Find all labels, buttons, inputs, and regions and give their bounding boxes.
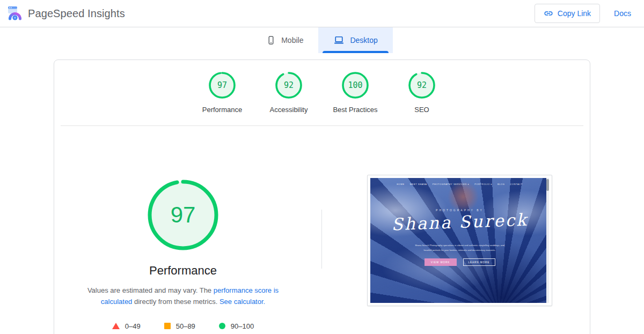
performance-main-score-value: 97 [147,179,219,251]
performance-description: Values are estimated and may vary. The p… [72,285,294,308]
score-legend: 0–49 50–89 90–100 [112,322,254,330]
page-title: PageSpeed Insights [28,8,125,20]
summary-gauge-accessibility[interactable]: 92 Accessibility [255,71,322,114]
screenshot-desc-line1: Shana Sureck Photography specializes in … [415,244,504,247]
performance-gauge-label: Performance [202,106,242,114]
performance-score-value: 97 [208,71,236,99]
tab-mobile-label: Mobile [281,36,303,44]
legend-item-average: 50–89 [164,322,195,330]
summary-gauge-best-practices[interactable]: 100 Best Practices [322,71,389,114]
average-square-icon [164,323,171,329]
see-calculator-link[interactable]: See calculator. [219,298,265,306]
category-summary-row: 97 Performance 92 Accessibility 100 [54,71,590,114]
legend-item-pass: 90–100 [219,322,254,330]
link-icon [544,9,553,18]
accessibility-gauge-label: Accessibility [270,106,308,114]
seo-gauge-label: SEO [414,106,429,114]
summary-gauge-seo[interactable]: 92 SEO [389,71,455,114]
tab-desktop-label: Desktop [350,36,377,44]
desktop-laptop-icon [333,35,345,46]
screenshot-hero-buttons: VIEW WORK LEARN MORE [370,258,549,266]
screenshot-scrollbar [546,178,549,303]
active-tab-indicator [323,51,388,53]
docs-link[interactable]: Docs [614,9,631,18]
best-practices-score-value: 100 [341,71,369,99]
best-practices-gauge-label: Best Practices [333,106,377,114]
pagespeed-logo-icon [8,6,23,21]
screenshot-nav-menu: HOMEMEET SHANAPHOTOGRAPHY SERVICES ▾PORT… [370,183,549,185]
desc-prefix-text: Values are estimated and may vary. The [87,286,214,294]
mobile-phone-icon [266,35,276,46]
screenshot-primary-button: VIEW WORK [425,258,457,266]
screenshot-secondary-button: LEARN MORE [463,258,495,266]
vertical-divider [321,210,322,269]
summary-gauge-performance[interactable]: 97 Performance [189,71,255,114]
accessibility-score-value: 92 [275,71,303,99]
pass-circle-icon [219,323,225,329]
app-header: PageSpeed Insights Copy Link Docs [0,0,644,27]
site-screenshot-thumbnail: HOMEMEET SHANAPHOTOGRAPHY SERVICES ▾PORT… [367,175,552,306]
tab-desktop[interactable]: Desktop [318,27,392,53]
device-tabbar: Mobile Desktop [0,27,644,53]
pass-range-label: 90–100 [231,322,254,330]
tab-mobile[interactable]: Mobile [251,27,318,53]
seo-score-value: 92 [408,71,436,99]
legend-item-fail: 0–49 [112,322,141,330]
copy-link-label: Copy Link [558,9,591,18]
horizontal-divider [61,125,583,126]
screenshot-description: Shana Sureck Photography specializes in … [370,243,549,253]
desc-middle-text: directly from these metrics. [132,298,219,306]
fail-range-label: 0–49 [125,322,141,330]
site-screenshot-image: HOMEMEET SHANAPHOTOGRAPHY SERVICES ▾PORT… [370,178,549,303]
performance-section-title: Performance [149,264,217,278]
performance-section: 97 Performance Values are estimated and … [54,179,312,330]
screenshot-desc-line2: heartfelt portraits for your families, m… [423,249,495,251]
fail-triangle-icon [112,323,120,329]
report-card: 97 Performance 92 Accessibility 100 [54,60,590,334]
screenshot-scrollbar-thumb [546,179,549,191]
average-range-label: 50–89 [176,322,195,330]
screenshot-site-name: Shana Sureck [370,209,549,235]
copy-link-button[interactable]: Copy Link [535,4,600,23]
